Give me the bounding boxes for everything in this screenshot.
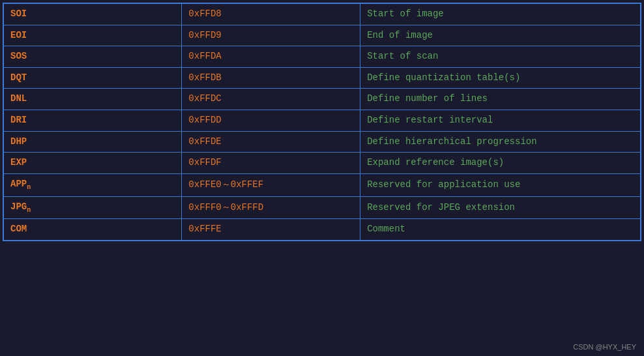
code-cell: 0xFFE0～0xFFEF bbox=[182, 173, 360, 196]
marker-cell: JPGn bbox=[3, 196, 182, 219]
marker-cell: DQT bbox=[3, 67, 182, 89]
table-row: SOI0xFFD8Start of image bbox=[3, 3, 641, 25]
description-cell: End of image bbox=[360, 25, 641, 46]
description-cell: Start of image bbox=[360, 3, 641, 25]
description-cell: Reserved for application use bbox=[360, 173, 641, 196]
code-cell: 0xFFDD bbox=[182, 110, 360, 131]
marker-cell: SOI bbox=[3, 3, 182, 25]
table-row: SOS0xFFDAStart of scan bbox=[3, 46, 641, 68]
description-cell: Define hierarchical progression bbox=[360, 131, 641, 153]
description-cell: Comment bbox=[360, 219, 641, 241]
description-cell: Start of scan bbox=[360, 46, 641, 68]
marker-cell: DRI bbox=[3, 110, 182, 131]
code-cell: 0xFFD9 bbox=[182, 25, 360, 46]
main-container: SOI0xFFD8Start of imageEOI0xFFD9End of i… bbox=[0, 0, 644, 356]
description-cell: Expand reference image(s) bbox=[360, 153, 641, 174]
table-row: DNL0xFFDCDefine number of lines bbox=[3, 89, 641, 110]
code-cell: 0xFFD8 bbox=[182, 3, 360, 25]
marker-cell: APPn bbox=[3, 173, 182, 196]
marker-cell: EOI bbox=[3, 25, 182, 46]
table-row: DHP0xFFDEDefine hierarchical progression bbox=[3, 131, 641, 153]
description-cell: Define number of lines bbox=[360, 89, 641, 110]
code-cell: 0xFFF0～0xFFFD bbox=[182, 196, 360, 219]
description-cell: Reserved for JPEG extension bbox=[360, 196, 641, 219]
table-row: COM0xFFFEComment bbox=[3, 219, 641, 241]
marker-cell: DNL bbox=[3, 89, 182, 110]
marker-cell: DHP bbox=[3, 131, 182, 153]
table-row: EOI0xFFD9End of image bbox=[3, 25, 641, 46]
code-cell: 0xFFDB bbox=[182, 67, 360, 89]
table-row: JPGn0xFFF0～0xFFFDReserved for JPEG exten… bbox=[3, 196, 641, 219]
code-cell: 0xFFDF bbox=[182, 153, 360, 174]
table-row: APPn0xFFE0～0xFFEFReserved for applicatio… bbox=[3, 173, 641, 196]
code-cell: 0xFFDC bbox=[182, 89, 360, 110]
marker-table: SOI0xFFD8Start of imageEOI0xFFD9End of i… bbox=[3, 3, 641, 241]
code-cell: 0xFFDE bbox=[182, 131, 360, 153]
table-row: DRI0xFFDDDefine restart interval bbox=[3, 110, 641, 131]
table-row: DQT0xFFDBDefine quantization table(s) bbox=[3, 67, 641, 89]
code-cell: 0xFFFE bbox=[182, 219, 360, 241]
marker-cell: COM bbox=[3, 219, 182, 241]
description-cell: Define quantization table(s) bbox=[360, 67, 641, 89]
watermark: CSDN @HYX_HEY bbox=[573, 343, 636, 351]
description-cell: Define restart interval bbox=[360, 110, 641, 131]
table-row: EXP0xFFDFExpand reference image(s) bbox=[3, 153, 641, 174]
marker-cell: EXP bbox=[3, 153, 182, 174]
code-cell: 0xFFDA bbox=[182, 46, 360, 68]
marker-cell: SOS bbox=[3, 46, 182, 68]
